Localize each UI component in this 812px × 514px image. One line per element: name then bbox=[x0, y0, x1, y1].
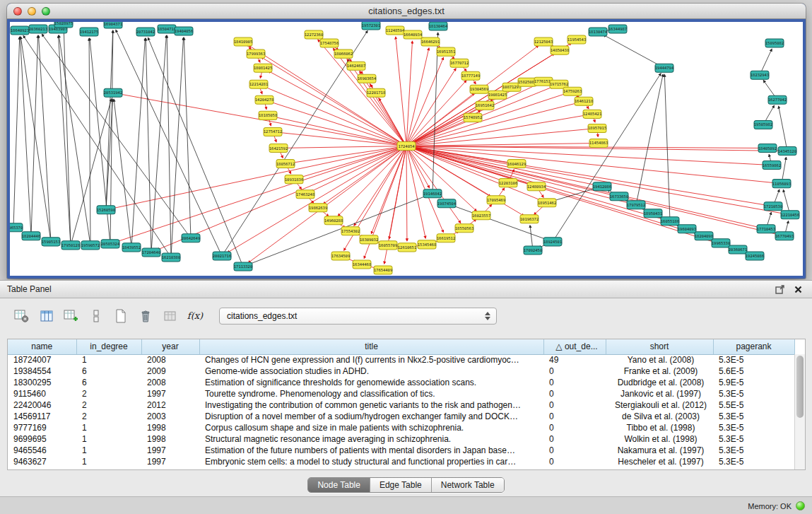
citation-edge-red[interactable] bbox=[406, 146, 407, 240]
network-node[interactable]: 18309032 bbox=[360, 235, 378, 244]
network-node[interactable]: 18924501 bbox=[543, 238, 562, 246]
table-cell[interactable]: 49 bbox=[543, 354, 606, 366]
table-cell[interactable]: Stergiakouli et al. (2012) bbox=[606, 399, 713, 411]
network-node[interactable]: 17092450 bbox=[524, 246, 542, 255]
network-node[interactable]: 16055186 bbox=[661, 217, 679, 226]
network-node[interactable]: 14759263 bbox=[563, 87, 582, 95]
network-node[interactable]: 18232943 bbox=[751, 71, 769, 79]
import-table-icon[interactable] bbox=[160, 306, 181, 325]
table-row[interactable]: 2242004622012Investigating the contribut… bbox=[8, 399, 794, 411]
table-cell[interactable]: 5.3E-5 bbox=[713, 456, 794, 467]
network-node[interactable]: 16951351 bbox=[437, 47, 455, 56]
citation-edge-red[interactable] bbox=[274, 117, 406, 146]
table-row[interactable]: 1872400712008Changes of HCN gene express… bbox=[8, 354, 794, 366]
network-node[interactable]: 18640923 bbox=[11, 26, 29, 35]
table-cell[interactable]: 5.3E-5 bbox=[713, 354, 794, 366]
network-node[interactable]: 18204098 bbox=[695, 232, 713, 240]
select-columns-icon[interactable] bbox=[36, 306, 57, 325]
network-node[interactable]: 16559862 bbox=[763, 161, 781, 170]
window-titlebar[interactable]: citations_edges.txt bbox=[7, 4, 806, 19]
network-node[interactable]: 18130474 bbox=[589, 28, 608, 36]
table-row[interactable]: 946362711997Embryonic stem cells: a mode… bbox=[8, 456, 794, 467]
table-cell[interactable]: 9777169 bbox=[8, 422, 76, 433]
citation-edge-black[interactable] bbox=[636, 74, 663, 205]
network-node[interactable]: 16733650 bbox=[610, 192, 628, 201]
column-header-name[interactable]: name bbox=[8, 339, 76, 354]
citation-edge-red[interactable] bbox=[406, 146, 760, 227]
table-cell[interactable]: Estimation of significance thresholds fo… bbox=[199, 377, 543, 388]
network-node[interactable]: 14624687 bbox=[347, 62, 365, 70]
network-node[interactable]: 12480934 bbox=[527, 182, 546, 191]
citation-edge-black[interactable] bbox=[20, 37, 51, 242]
network-node[interactable]: 18777149 bbox=[461, 71, 480, 80]
table-cell[interactable]: 0 bbox=[543, 445, 606, 456]
float-panel-icon[interactable] bbox=[772, 283, 787, 296]
network-node[interactable]: 16904371 bbox=[104, 22, 122, 28]
table-cell[interactable]: 19384554 bbox=[8, 366, 76, 377]
table-cell[interactable]: 0 bbox=[543, 388, 606, 399]
network-node[interactable]: 14960288 bbox=[324, 216, 343, 225]
network-node[interactable]: 19304569 bbox=[470, 85, 488, 93]
network-node[interactable]: 17204640 bbox=[142, 248, 160, 257]
network-node[interactable]: 19146842 bbox=[423, 189, 442, 198]
network-node[interactable]: 16046129 bbox=[507, 160, 526, 168]
citation-edge-black[interactable] bbox=[13, 37, 20, 228]
network-node[interactable]: 18504710 bbox=[158, 25, 176, 33]
table-source-select[interactable]: citations_edges.txt bbox=[219, 308, 497, 325]
table-cell[interactable]: 9463627 bbox=[8, 456, 76, 467]
network-node[interactable]: 17634509 bbox=[331, 252, 350, 260]
citation-edge-red[interactable] bbox=[406, 41, 412, 146]
network-node[interactable]: 12272360 bbox=[305, 30, 323, 39]
table-cell[interactable]: 0 bbox=[543, 422, 606, 433]
table-cell[interactable]: 0 bbox=[543, 456, 606, 467]
table-cell[interactable]: Jankovic et al. (1997) bbox=[606, 388, 713, 399]
network-node[interactable]: 12754712 bbox=[264, 127, 282, 136]
table-cell[interactable]: Hescheler et al. (1997) bbox=[606, 456, 713, 467]
network-node[interactable]: 20731042 bbox=[136, 28, 155, 36]
network-node[interactable]: 10196372 bbox=[520, 215, 539, 223]
network-node[interactable]: 20360213 bbox=[29, 25, 47, 33]
zoom-button[interactable] bbox=[42, 7, 50, 16]
table-cell[interactable]: 0 bbox=[543, 366, 606, 377]
network-node[interactable]: 17554302 bbox=[341, 227, 360, 235]
network-node[interactable]: 10931836 bbox=[285, 175, 303, 184]
network-node[interactable]: 16055709 bbox=[379, 241, 397, 250]
citation-edge-black[interactable] bbox=[151, 35, 166, 252]
citation-edge-red[interactable] bbox=[406, 146, 761, 148]
table-cell[interactable]: Yano et al. (2008) bbox=[606, 354, 713, 366]
table-cell[interactable]: 22420046 bbox=[8, 399, 76, 411]
network-node[interactable]: 16646291 bbox=[421, 37, 440, 46]
table-cell[interactable]: de Silva et al. (2003) bbox=[606, 411, 713, 422]
network-node[interactable]: 18950431 bbox=[644, 209, 662, 218]
table-cell[interactable]: Tourette syndrome. Phenomenology and cla… bbox=[199, 388, 543, 399]
network-node[interactable]: 18957015 bbox=[588, 124, 606, 132]
network-node[interactable]: 18056712 bbox=[276, 160, 295, 168]
row-options-icon[interactable] bbox=[86, 306, 107, 325]
table-cell[interactable]: Estimation of the future numbers of pati… bbox=[199, 445, 543, 456]
table-cell[interactable]: 14569117 bbox=[8, 411, 76, 422]
network-node[interactable]: 12214281 bbox=[249, 80, 268, 88]
network-node[interactable]: 19965330 bbox=[712, 239, 730, 247]
network-node[interactable]: 18185058 bbox=[259, 111, 277, 119]
table-cell[interactable]: Genome-wide association studies in ADHD. bbox=[199, 366, 543, 377]
citation-edge-red[interactable] bbox=[271, 102, 406, 146]
citation-edge-red[interactable] bbox=[117, 146, 406, 242]
table-cell[interactable]: 5.5E-5 bbox=[713, 399, 794, 411]
citation-edge-black[interactable] bbox=[779, 106, 787, 151]
network-node[interactable]: 16421592 bbox=[269, 144, 288, 152]
citation-edge-red[interactable] bbox=[406, 115, 586, 146]
network-node[interactable]: 12203106 bbox=[499, 179, 517, 187]
network-node[interactable]: 15260590 bbox=[97, 206, 115, 214]
network-node[interactable]: 15345468 bbox=[418, 240, 436, 249]
table-row[interactable]: 1938455462009Genome-wide association stu… bbox=[8, 366, 794, 377]
network-node[interactable]: 16640934 bbox=[404, 30, 423, 39]
network-node[interactable]: 15748952 bbox=[464, 113, 482, 122]
citation-edge-red[interactable] bbox=[406, 146, 775, 182]
column-header-in_degree[interactable]: in_degree bbox=[76, 339, 141, 354]
column-header-year[interactable]: year bbox=[141, 339, 199, 354]
citation-edge-black[interactable] bbox=[64, 30, 71, 245]
network-node[interactable]: 15095082 bbox=[765, 39, 784, 47]
table-row[interactable]: 911546021997Tourette syndrome. Phenomeno… bbox=[8, 388, 794, 399]
network-node[interactable]: 15905153 bbox=[42, 238, 60, 246]
table-cell[interactable]: 1 bbox=[76, 433, 141, 445]
